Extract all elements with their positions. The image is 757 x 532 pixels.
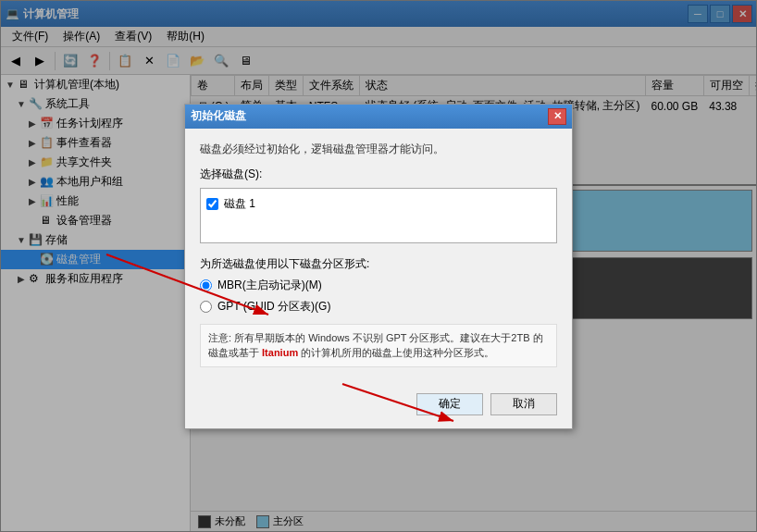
mbr-label: MBR(主启动记录)(M) — [217, 278, 322, 293]
disk-checkbox-item-1[interactable]: 磁盘 1 — [206, 194, 551, 214]
initialize-disk-dialog: 初始化磁盘 ✕ 磁盘必须经过初始化，逻辑磁盘管理器才能访问。 选择磁盘(S): … — [184, 104, 573, 429]
confirm-button[interactable]: 确定 — [416, 393, 483, 415]
dialog-buttons: 确定 取消 — [185, 393, 572, 428]
partition-format-label: 为所选磁盘使用以下磁盘分区形式: — [200, 256, 557, 272]
itanium-highlight: Itanium — [262, 347, 298, 358]
select-disk-label: 选择磁盘(S): — [200, 167, 557, 182]
dialog-note: 注意: 所有早期版本的 Windows 不识别 GPT 分区形式。建议在大于2T… — [200, 324, 557, 367]
dialog-description: 磁盘必须经过初始化，逻辑磁盘管理器才能访问。 — [200, 142, 557, 157]
cancel-button[interactable]: 取消 — [490, 393, 557, 415]
gpt-radio-item[interactable]: GPT (GUID 分区表)(G) — [200, 299, 557, 315]
dialog-body: 磁盘必须经过初始化，逻辑磁盘管理器才能访问。 选择磁盘(S): 磁盘 1 为所选… — [185, 129, 572, 393]
dialog-close-button[interactable]: ✕ — [548, 108, 566, 125]
gpt-label: GPT (GUID 分区表)(G) — [217, 299, 330, 315]
dialog-overlay: 初始化磁盘 ✕ 磁盘必须经过初始化，逻辑磁盘管理器才能访问。 选择磁盘(S): … — [0, 0, 757, 532]
mbr-radio[interactable] — [200, 279, 212, 291]
disk-checkbox-list: 磁盘 1 — [200, 188, 557, 243]
disk-1-checkbox-label: 磁盘 1 — [224, 196, 255, 212]
gpt-radio[interactable] — [200, 301, 212, 313]
partition-radio-group: MBR(主启动记录)(M) GPT (GUID 分区表)(G) — [200, 278, 557, 315]
mbr-radio-item[interactable]: MBR(主启动记录)(M) — [200, 278, 557, 293]
dialog-titlebar: 初始化磁盘 ✕ — [185, 105, 572, 129]
disk-1-checkbox[interactable] — [206, 198, 218, 210]
dialog-title: 初始化磁盘 — [191, 108, 548, 124]
